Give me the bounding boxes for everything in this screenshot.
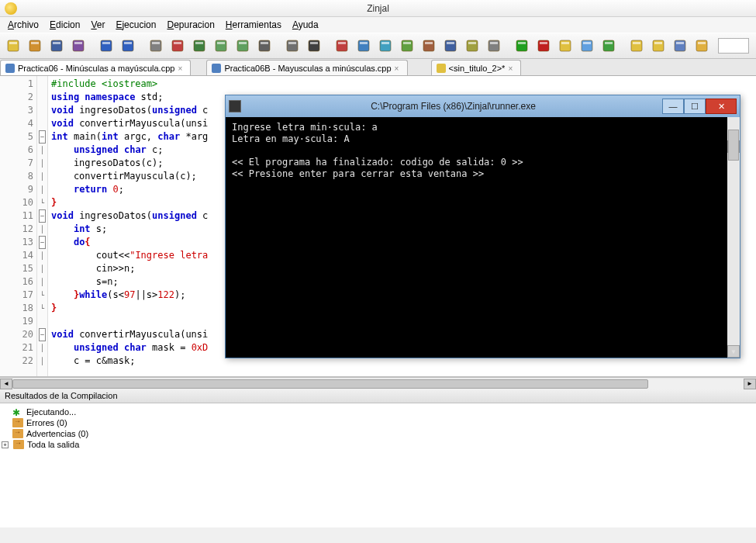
fold-marker[interactable]: − [37, 209, 47, 223]
toggle-breakpoint-button[interactable] [332, 36, 352, 56]
copy-button[interactable] [146, 36, 166, 56]
close-button[interactable]: ✕ [706, 99, 737, 114]
numbers-icon [465, 39, 479, 53]
tab-close-icon[interactable]: × [508, 64, 516, 72]
menubar: ArchivoEdicionVerEjecucionDepuracionHerr… [0, 17, 756, 33]
compilation-item[interactable]: Errores (0) [2, 417, 754, 428]
menu-ayuda[interactable]: Ayuda [288, 18, 323, 32]
svg-rect-31 [360, 42, 368, 44]
fold-marker[interactable]: − [37, 236, 47, 249]
scroll-down-icon[interactable]: ▼ [727, 345, 740, 358]
svg-rect-17 [195, 42, 203, 44]
minimize-button[interactable]: — [662, 99, 684, 114]
new-file-button[interactable] [3, 36, 23, 56]
toolbar-search-input[interactable] [718, 38, 749, 54]
svg-rect-39 [447, 42, 454, 44]
line-number: 9 [0, 183, 33, 196]
tab-0[interactable]: Practica06 - Minúsculas a mayúscula.cpp× [0, 60, 191, 75]
task2-button[interactable] [648, 36, 668, 56]
tab-label: Practica06B - Mayusculas a minúsculas.cp… [224, 64, 391, 73]
menu-ver[interactable]: Ver [86, 18, 109, 32]
cpp-file-icon [212, 64, 221, 73]
menu-herramientas[interactable]: Herramientas [221, 18, 286, 32]
maximize-button[interactable]: ☐ [684, 99, 706, 114]
fold-marker: └ [37, 302, 47, 315]
undo-button[interactable] [96, 36, 116, 56]
uncomment-button[interactable] [233, 36, 253, 56]
paste-button[interactable] [189, 36, 209, 56]
tab-close-icon[interactable]: × [395, 64, 402, 72]
brace-match-button[interactable] [440, 36, 461, 56]
scroll-thumb[interactable] [12, 379, 648, 389]
compile-icon [580, 39, 594, 53]
binoculars-button[interactable] [304, 36, 324, 56]
compilation-item[interactable]: Advertencias (0) [2, 428, 754, 439]
compilation-item[interactable]: ✱Ejecutando... [2, 406, 754, 417]
save-button[interactable] [47, 36, 67, 56]
console-titlebar[interactable]: C:\Program Files (x86)\Zinjal\runner.exe… [226, 95, 740, 117]
expand-icon[interactable]: + [2, 441, 9, 448]
tab-1[interactable]: Practica06B - Mayusculas a minúsculas.cp… [206, 60, 407, 75]
run-button[interactable] [512, 36, 532, 56]
scroll-right-icon[interactable]: ► [744, 379, 756, 389]
console-scroll-thumb[interactable] [728, 130, 739, 161]
task1-icon [630, 39, 644, 53]
comment-button[interactable] [211, 36, 231, 56]
stop-button[interactable] [533, 36, 554, 56]
line-number: 7 [0, 157, 33, 170]
paste-icon [192, 39, 206, 53]
task1-button[interactable] [627, 36, 647, 56]
tab-2[interactable]: <sin_titulo_2>*× [431, 60, 522, 75]
fold-marker: │ [37, 223, 47, 236]
fold-marker [37, 78, 47, 91]
menu-edicion[interactable]: Edicion [45, 18, 85, 32]
step-button[interactable] [354, 36, 374, 56]
scroll-left-icon[interactable]: ◄ [0, 379, 12, 389]
console-vscrollbar[interactable]: ▲ ▼ [727, 117, 740, 358]
list-button[interactable] [484, 36, 504, 56]
menu-archivo[interactable]: Archivo [3, 18, 43, 32]
mail-button[interactable] [692, 36, 712, 56]
cpp-file-icon [5, 64, 15, 73]
tab-close-icon[interactable]: × [178, 64, 185, 72]
fold-marker[interactable]: − [37, 130, 47, 144]
line-number: 10 [0, 196, 33, 209]
hash-button[interactable] [397, 36, 417, 56]
star-icon: ✱ [12, 407, 23, 417]
menu-depuracion[interactable]: Depuracion [162, 18, 219, 32]
task2-icon [651, 39, 665, 53]
brace-match-icon [444, 39, 457, 53]
console-window[interactable]: C:\Program Files (x86)\Zinjal\runner.exe… [225, 95, 740, 358]
editor-hscrollbar[interactable]: ◄ ► [0, 377, 756, 389]
hash-icon [400, 39, 414, 53]
open-file-button[interactable] [25, 36, 45, 56]
find-button[interactable] [254, 36, 274, 56]
comment-icon [214, 39, 228, 53]
numbers-button[interactable] [462, 36, 482, 56]
redo-button[interactable] [118, 36, 138, 56]
menu-ejecucion[interactable]: Ejecucion [111, 18, 161, 32]
code-line[interactable]: #include <iostream> [51, 78, 756, 91]
fold-marker: │ [37, 341, 47, 355]
build-button[interactable] [555, 36, 575, 56]
refresh-button[interactable] [670, 36, 690, 56]
cut-button[interactable] [167, 36, 188, 56]
step-icon [357, 39, 371, 53]
line-number: 5 [0, 130, 33, 144]
debug-button[interactable] [599, 36, 619, 56]
compilation-item[interactable]: +Toda la salida [2, 439, 754, 450]
compile-button[interactable] [577, 36, 597, 56]
tags-button[interactable] [419, 36, 439, 56]
svg-rect-29 [338, 42, 346, 44]
find-replace-button[interactable] [282, 36, 302, 56]
console-output[interactable]: Ingrese letra min·scula: a Letra en may·… [226, 117, 740, 358]
fold-marker[interactable]: − [37, 328, 47, 341]
fold-column[interactable]: −││││└−│−│││└└−││ [37, 76, 48, 376]
fold-marker [37, 117, 47, 130]
bookmark-button[interactable] [375, 36, 395, 56]
folder-icon [13, 440, 24, 449]
save-all-button[interactable] [68, 36, 88, 56]
scroll-track[interactable] [12, 379, 744, 389]
line-number: 14 [0, 249, 33, 262]
line-number: 2 [0, 91, 33, 104]
